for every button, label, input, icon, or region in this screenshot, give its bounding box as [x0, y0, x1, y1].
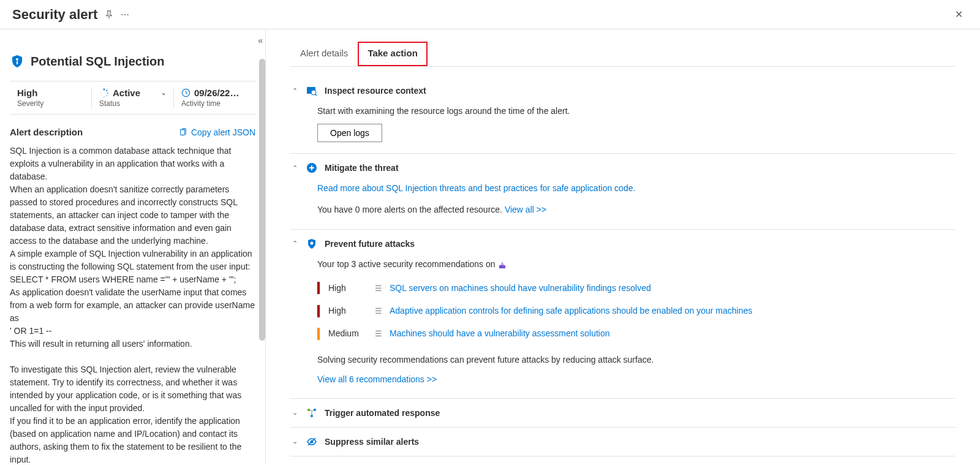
- severity-bar: [317, 305, 320, 317]
- alert-title-row: Potential SQL Injection: [10, 54, 255, 69]
- status-cell[interactable]: Active ⌄ Status: [92, 88, 174, 108]
- copy-icon: [179, 128, 187, 137]
- suppress-icon: [306, 436, 317, 447]
- chevron-down-icon: ⌄: [290, 409, 299, 417]
- section-email-header[interactable]: ⌄ Configure email notification settings: [290, 463, 956, 464]
- page-header: Security alert ⋯ ✕: [0, 0, 980, 29]
- tabs: Alert details Take action: [290, 42, 956, 67]
- header-actions: ⋯: [105, 10, 129, 20]
- more-alerts-text: You have 0 more alerts on the affected r…: [317, 205, 505, 214]
- recommendation-link[interactable]: Adaptive application controls for defini…: [390, 303, 752, 319]
- section-mitigate: ⌃ Mitigate the threat Read more about SQ…: [290, 154, 956, 229]
- severity-label: Medium: [328, 326, 366, 341]
- mitigate-icon: [306, 162, 317, 173]
- more-icon[interactable]: ⋯: [121, 10, 129, 20]
- alert-name: Potential SQL Injection: [31, 55, 165, 69]
- activity-label: Activity time: [181, 99, 248, 108]
- clock-icon: [181, 88, 190, 97]
- section-mitigate-title: Mitigate the threat: [325, 163, 399, 173]
- inspect-text: Start with examining the resource logs a…: [317, 104, 956, 119]
- status-label: Status: [99, 99, 166, 108]
- main-layout: « Potential SQL Injection High Severity …: [0, 29, 980, 464]
- copy-json-label: Copy alert JSON: [191, 127, 255, 137]
- section-mitigate-header[interactable]: ⌃ Mitigate the threat: [290, 160, 956, 176]
- section-email: ⌄ Configure email notification settings: [290, 456, 956, 464]
- section-trigger-header[interactable]: ⌄ Trigger automated response: [290, 405, 956, 421]
- severity-value: High: [17, 88, 37, 98]
- severity-bar: [317, 282, 320, 294]
- section-inspect: ⌃ Inspect resource context Start with ex…: [290, 77, 956, 154]
- svg-point-4: [107, 92, 108, 93]
- inspect-icon: [306, 85, 317, 96]
- tab-take-action[interactable]: Take action: [358, 42, 427, 66]
- chevron-down-icon: ⌄: [290, 437, 299, 445]
- activity-value: 09/26/22…: [194, 88, 239, 98]
- description-header: Alert description Copy alert JSON: [10, 127, 255, 137]
- recommendation-row: High ☰ SQL servers on machines should ha…: [317, 277, 956, 300]
- pin-icon[interactable]: [105, 10, 113, 19]
- checklist-icon: ☰: [375, 281, 381, 295]
- svg-point-7: [101, 95, 102, 96]
- section-inspect-header[interactable]: ⌃ Inspect resource context: [290, 83, 956, 99]
- scrollbar[interactable]: [259, 59, 265, 464]
- open-logs-button[interactable]: Open logs: [317, 124, 382, 142]
- status-spinner-icon: [99, 88, 109, 98]
- svg-point-6: [104, 96, 105, 97]
- section-suppress-header[interactable]: ⌄ Suppress similar alerts: [290, 434, 956, 450]
- close-button[interactable]: ✕: [950, 6, 968, 23]
- section-prevent-header[interactable]: ⌃ Prevent future attacks: [290, 236, 956, 252]
- svg-point-3: [106, 89, 107, 91]
- status-value: Active: [113, 88, 140, 98]
- svg-rect-1: [17, 61, 18, 64]
- section-inspect-body: Start with examining the resource logs a…: [290, 99, 956, 147]
- description-text: SQL Injection is a common database attac…: [10, 145, 255, 464]
- scrollbar-thumb[interactable]: [259, 59, 265, 341]
- svg-point-2: [104, 88, 105, 90]
- severity-cell: High Severity: [10, 88, 92, 108]
- severity-label: High: [328, 281, 366, 296]
- svg-point-8: [100, 93, 100, 93]
- svg-point-22: [311, 415, 313, 417]
- tab-alert-details[interactable]: Alert details: [290, 42, 358, 66]
- svg-point-0: [16, 58, 18, 61]
- svg-rect-17: [311, 165, 312, 170]
- prevent-top-text: Your top 3 active security recommendatio…: [317, 259, 497, 269]
- page-title: Security alert: [12, 7, 97, 23]
- automation-icon: [306, 407, 317, 418]
- left-panel: « Potential SQL Injection High Severity …: [0, 29, 266, 464]
- recommendation-link[interactable]: Machines should have a vulnerability ass…: [390, 326, 610, 341]
- solving-text: Solving security recommendations can pre…: [317, 352, 956, 368]
- resource-icon: [497, 259, 507, 269]
- svg-rect-11: [181, 129, 185, 135]
- chevron-up-icon: ⌃: [290, 87, 299, 95]
- mitigate-read-more-link[interactable]: Read more about SQL Injection threats an…: [317, 183, 635, 193]
- checklist-icon: ☰: [375, 327, 381, 341]
- section-mitigate-body: Read more about SQL Injection threats an…: [290, 176, 956, 222]
- section-inspect-title: Inspect resource context: [325, 86, 426, 96]
- copy-json-button[interactable]: Copy alert JSON: [179, 127, 255, 137]
- recommendation-link[interactable]: SQL servers on machines should have vuln…: [390, 281, 651, 296]
- recommendation-row: Medium ☰ Machines should have a vulnerab…: [317, 322, 956, 345]
- severity-label: Severity: [17, 99, 84, 108]
- svg-line-14: [315, 94, 317, 96]
- chevron-up-icon: ⌃: [290, 164, 299, 172]
- svg-point-18: [311, 241, 314, 244]
- recommendation-row: High ☰ Adaptive application controls for…: [317, 300, 956, 322]
- activity-cell: 09/26/22… Activity time: [174, 88, 255, 108]
- view-all-recs-link[interactable]: View all 6 recommendations >>: [317, 374, 437, 384]
- chevron-up-icon: ⌃: [290, 240, 299, 248]
- svg-point-9: [101, 90, 102, 91]
- severity-label: High: [328, 303, 366, 319]
- alert-meta: High Severity Active ⌄ Status: [10, 81, 255, 115]
- view-all-alerts-link[interactable]: View all >>: [505, 205, 546, 214]
- section-suppress: ⌄ Suppress similar alerts: [290, 428, 956, 456]
- right-panel: Alert details Take action ⌃ Inspect reso…: [266, 29, 980, 464]
- svg-point-5: [106, 95, 107, 96]
- description-title: Alert description: [10, 127, 83, 137]
- collapse-panel-icon[interactable]: «: [258, 36, 263, 45]
- section-trigger-title: Trigger automated response: [325, 408, 440, 418]
- chevron-down-icon[interactable]: ⌄: [161, 89, 166, 96]
- section-prevent: ⌃ Prevent future attacks Your top 3 acti…: [290, 230, 956, 399]
- shield-icon: [10, 54, 24, 69]
- svg-rect-19: [499, 265, 505, 268]
